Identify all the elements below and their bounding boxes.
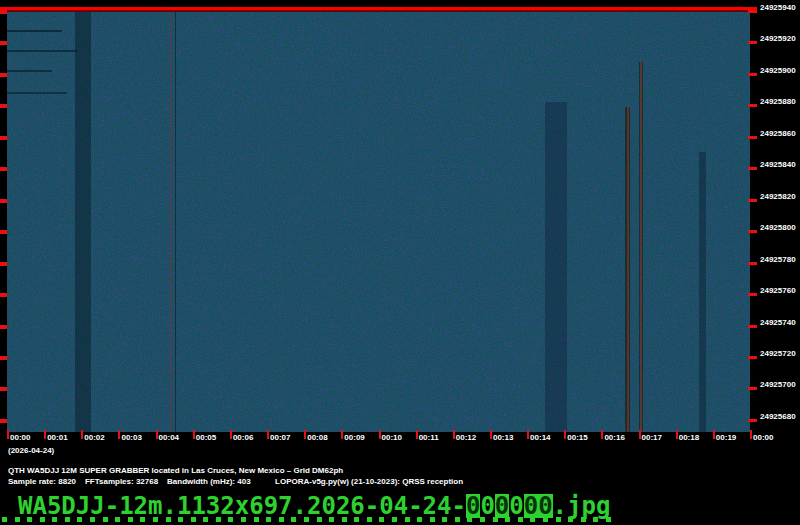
banner-tick bbox=[329, 517, 334, 522]
banner-tick bbox=[606, 517, 611, 522]
left-freq-tick bbox=[0, 387, 7, 391]
time-label: 00:00 bbox=[10, 433, 30, 442]
freq-tick bbox=[748, 230, 757, 233]
time-label: 00:06 bbox=[233, 433, 253, 442]
time-tick bbox=[676, 430, 678, 439]
time-label: 00:18 bbox=[679, 433, 699, 442]
freq-label: 24925700 bbox=[760, 380, 796, 389]
spectrogram-feature bbox=[7, 50, 77, 52]
time-tick bbox=[267, 430, 269, 439]
banner-tick bbox=[530, 517, 535, 522]
freq-tick bbox=[748, 10, 757, 13]
time-tick bbox=[564, 430, 566, 439]
banner-tick bbox=[291, 517, 296, 522]
banner-tick bbox=[128, 517, 133, 522]
time-tick bbox=[81, 430, 83, 439]
banner-tick bbox=[342, 517, 347, 522]
freq-tick bbox=[748, 356, 757, 359]
time-tick bbox=[601, 430, 603, 439]
banner-tick bbox=[228, 517, 233, 522]
left-freq-tick bbox=[0, 199, 7, 203]
time-tick bbox=[379, 430, 381, 439]
time-label: 00:14 bbox=[530, 433, 550, 442]
banner-tick bbox=[241, 517, 246, 522]
time-label: 00:15 bbox=[567, 433, 587, 442]
filename-digit: 0 bbox=[509, 494, 523, 518]
freq-tick bbox=[748, 325, 757, 328]
time-label: 00:16 bbox=[604, 433, 624, 442]
banner-tick bbox=[543, 517, 548, 522]
banner-tick bbox=[65, 517, 70, 522]
time-tick bbox=[416, 430, 418, 439]
time-tick bbox=[639, 430, 641, 439]
banner-tick bbox=[15, 517, 20, 522]
freq-label: 24925940 bbox=[760, 3, 796, 12]
spectrogram-feature bbox=[7, 92, 67, 94]
left-freq-tick bbox=[0, 230, 7, 234]
time-label: 00:08 bbox=[307, 433, 327, 442]
banner-tick bbox=[140, 517, 145, 522]
banner-tick bbox=[354, 517, 359, 522]
spectrogram-feature bbox=[170, 12, 171, 432]
time-label: 00:17 bbox=[642, 433, 662, 442]
banner-tick bbox=[505, 517, 510, 522]
grabber-image: 2492594024925920249259002492588024925860… bbox=[0, 0, 800, 525]
time-label: 00:01 bbox=[47, 433, 67, 442]
freq-label: 24925760 bbox=[760, 286, 796, 295]
freq-label: 24925820 bbox=[760, 192, 796, 201]
banner-tick bbox=[40, 517, 45, 522]
time-tick bbox=[118, 430, 120, 439]
time-label: 00:12 bbox=[456, 433, 476, 442]
freq-label: 24925740 bbox=[760, 318, 796, 327]
time-tick bbox=[453, 430, 455, 439]
spectrogram-feature bbox=[699, 152, 706, 432]
time-tick bbox=[490, 430, 492, 439]
time-tick bbox=[713, 430, 715, 439]
time-label: 00:02 bbox=[84, 433, 104, 442]
time-tick bbox=[304, 430, 306, 439]
banner-tick bbox=[493, 517, 498, 522]
banner-tick bbox=[442, 517, 447, 522]
freq-tick bbox=[748, 293, 757, 296]
freq-tick bbox=[748, 136, 757, 139]
time-label: 00:13 bbox=[493, 433, 513, 442]
station-info-line: QTH WA5DJJ 12M SUPER GRABBER located in … bbox=[8, 466, 343, 475]
time-tick bbox=[750, 430, 752, 439]
banner-tick bbox=[178, 517, 183, 522]
left-freq-tick bbox=[0, 356, 7, 360]
left-freq-tick bbox=[0, 104, 7, 108]
banner-tick bbox=[203, 517, 208, 522]
freq-tick bbox=[748, 167, 757, 170]
spectrogram-feature bbox=[640, 62, 642, 432]
freq-tick bbox=[748, 419, 757, 422]
time-label: 00:07 bbox=[270, 433, 290, 442]
time-tick bbox=[156, 430, 158, 439]
time-label: 00:10 bbox=[382, 433, 402, 442]
banner-tick bbox=[556, 517, 561, 522]
settings-info-line: Sample rate: 8820 FFTsamples: 32768 Band… bbox=[8, 477, 463, 486]
banner-tick bbox=[581, 517, 586, 522]
left-freq-tick bbox=[0, 167, 7, 171]
freq-tick bbox=[748, 104, 757, 107]
banner-tick bbox=[254, 517, 259, 522]
freq-tick bbox=[748, 387, 757, 390]
banner-tick bbox=[392, 517, 397, 522]
filename-banner: WA5DJJ-12m.1132x697.2026-04-24-000000.jp… bbox=[18, 494, 610, 518]
banner-tick bbox=[568, 517, 573, 522]
freq-label: 24925720 bbox=[760, 349, 796, 358]
freq-tick bbox=[748, 199, 757, 202]
filename-digit: 0 bbox=[480, 494, 494, 518]
left-freq-tick bbox=[0, 419, 7, 423]
filename-digit-inverted: 0 bbox=[538, 494, 552, 518]
left-freq-tick bbox=[0, 10, 7, 14]
banner-tick bbox=[379, 517, 384, 522]
filename-digit-inverted: 0 bbox=[466, 494, 480, 518]
banner-tick bbox=[455, 517, 460, 522]
banner-tick bbox=[216, 517, 221, 522]
banner-tick bbox=[317, 517, 322, 522]
banner-tick bbox=[266, 517, 271, 522]
left-freq-tick bbox=[0, 136, 7, 140]
spectrogram-feature bbox=[7, 70, 52, 72]
freq-tick bbox=[748, 262, 757, 265]
banner-tick bbox=[103, 517, 108, 522]
